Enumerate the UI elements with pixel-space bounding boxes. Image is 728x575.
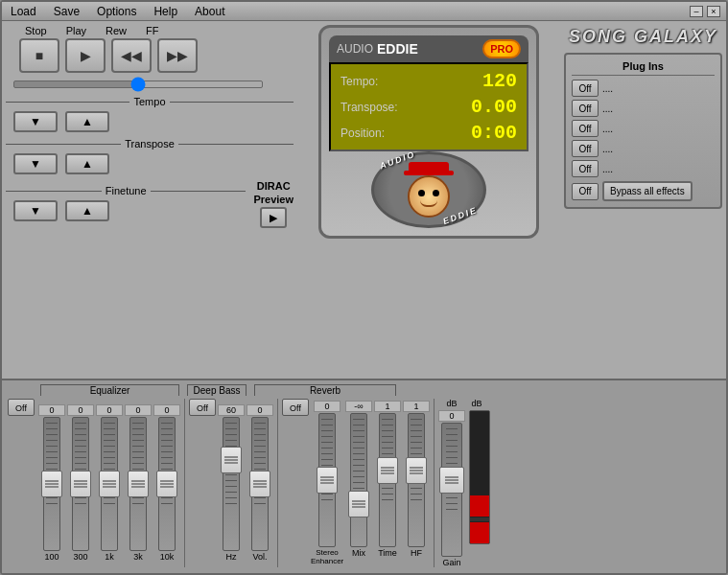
deep-bass-faders: 60 Hz 0 <box>218 404 273 562</box>
rew-label: Rew <box>106 25 127 36</box>
finetune-buttons: ▼ ▲ <box>6 198 246 223</box>
plugin-slot-1: .... <box>602 104 613 114</box>
divider-2 <box>277 399 278 567</box>
menu-load[interactable]: Load <box>8 4 39 19</box>
plugin-row-3: Off .... <box>572 140 715 157</box>
eq-label-3: 3k <box>125 552 152 562</box>
plugin-row-1: Off .... <box>572 100 715 117</box>
bypass-all-button[interactable]: Bypass all effects <box>602 181 693 201</box>
reverb-off-button[interactable]: Off <box>290 403 301 413</box>
menu-bar: Load Save Options Help About <box>8 4 227 19</box>
tempo-section: Tempo ▼ ▲ <box>6 96 294 134</box>
eq-label-2: 1k <box>96 552 123 562</box>
minimize-button[interactable]: – <box>690 6 703 17</box>
eq-fader-col-1: 0 300 <box>67 404 94 562</box>
stop-button[interactable]: ■ <box>19 38 59 73</box>
eq-label-4: 10k <box>153 552 180 562</box>
finetune-down-button[interactable]: ▼ <box>13 200 58 221</box>
plugin-row-0: Off .... <box>572 80 715 97</box>
vu-red-bar <box>470 522 489 543</box>
plugin-off-btn-1[interactable]: Off <box>572 100 599 117</box>
play-button[interactable]: ▶ <box>65 38 106 73</box>
audio-text: AUDIO <box>337 42 373 56</box>
dirac-section: DIRAC Preview ▶ <box>253 180 294 228</box>
plugin-off-btn-2[interactable]: Off <box>572 120 599 137</box>
menu-options[interactable]: Options <box>94 4 139 19</box>
tempo-display-row: Tempo: 120 <box>341 70 517 92</box>
plugin-slot-4: .... <box>602 164 613 174</box>
position-display-row: Position: 0:00 <box>341 122 517 144</box>
stop-label: Stop <box>25 25 47 36</box>
center-panel: AUDIO EDDIE PRO Tempo: 120 Transpose: 0.… <box>297 25 560 375</box>
eq-faders: 0 100 0 <box>38 404 180 562</box>
eq-fader-col-0: 0 100 <box>38 404 65 562</box>
progress-slider[interactable] <box>13 80 263 88</box>
reverb-label-3: HF <box>403 548 430 558</box>
reverb-fader-2[interactable] <box>379 413 396 547</box>
reverb-value-0: 0 <box>314 401 341 412</box>
gain-fader[interactable] <box>441 423 462 557</box>
title-controls: – × <box>690 6 720 17</box>
display-screen: Tempo: 120 Transpose: 0.00 Position: 0:0… <box>329 62 528 151</box>
plugin-off-btn-4[interactable]: Off <box>572 160 599 177</box>
main-window: Load Save Options Help About – × Stop Pl… <box>0 0 728 575</box>
reverb-fader-0[interactable] <box>318 413 336 547</box>
menu-help[interactable]: Help <box>151 4 180 19</box>
deep-bass-fader-col-1: 0 Vol. <box>247 404 273 562</box>
eq-fader-1[interactable] <box>72 417 89 551</box>
bypass-off-button[interactable]: Off <box>572 183 599 200</box>
plugin-off-btn-3[interactable]: Off <box>572 140 599 157</box>
right-panel: SONG GALAXY Plug Ins Off .... Off .... O… <box>564 25 722 375</box>
db-label-1: dB <box>441 399 462 408</box>
tempo-display-value: 120 <box>482 70 517 92</box>
eq-fader-3[interactable] <box>129 417 147 551</box>
eq-fader-4[interactable] <box>158 417 176 551</box>
reverb-label-0: Stereo Enhancer <box>311 548 343 565</box>
transport-labels: Stop Play Rew FF <box>6 25 294 36</box>
deep-bass-fader-0[interactable] <box>223 417 240 551</box>
eq-fader-2[interactable] <box>101 417 118 551</box>
finetune-section: Finetune ▼ ▲ <box>6 185 246 223</box>
tempo-down-button[interactable]: ▼ <box>13 111 58 132</box>
plugin-off-btn-0[interactable]: Off <box>572 80 599 97</box>
reverb-fader-col-1: -∞ Mix <box>345 401 372 565</box>
gain-fader-col: 0 Gain <box>438 410 465 567</box>
tempo-label: Tempo <box>6 96 294 107</box>
menu-save[interactable]: Save <box>51 4 82 19</box>
eq-off-button[interactable]: Off <box>15 403 27 413</box>
menu-about[interactable]: About <box>192 4 227 19</box>
ff-label: FF <box>146 25 158 36</box>
tempo-up-button[interactable]: ▲ <box>65 111 109 132</box>
divider-1 <box>184 399 185 567</box>
deep-bass-off-button[interactable]: Off <box>197 403 208 413</box>
eddie-text: EDDIE <box>377 41 418 57</box>
plugin-box: Plug Ins Off .... Off .... Off .... Off … <box>564 53 722 209</box>
eq-fader-0[interactable] <box>43 417 60 551</box>
reverb-fader-3[interactable] <box>408 413 425 547</box>
deep-bass-fader-1[interactable] <box>251 417 269 551</box>
close-button[interactable]: × <box>707 6 720 17</box>
reverb-value-1: -∞ <box>345 401 372 412</box>
deep-bass-label-1: Vol. <box>247 552 273 562</box>
transpose-up-button[interactable]: ▲ <box>65 153 109 174</box>
eq-fader-col-2: 0 1k <box>96 404 123 562</box>
dirac-play-button[interactable]: ▶ <box>260 207 287 228</box>
eq-value-4: 0 <box>153 404 180 416</box>
dirac-label: DIRAC <box>257 180 291 192</box>
transpose-section: Transpose ▼ ▲ <box>6 138 294 176</box>
tempo-buttons: ▼ ▲ <box>6 109 294 134</box>
transpose-label: Transpose <box>6 138 294 150</box>
reverb-value-3: 1 <box>403 401 430 412</box>
transpose-buttons: ▼ ▲ <box>6 151 294 176</box>
finetune-up-button[interactable]: ▲ <box>65 200 109 221</box>
rew-button[interactable]: ◀◀ <box>111 38 152 73</box>
plugin-slot-2: .... <box>602 124 613 134</box>
display-header: AUDIO EDDIE PRO <box>329 35 528 62</box>
ff-button[interactable]: ▶▶ <box>157 38 198 73</box>
deep-bass-value-0: 60 <box>218 404 245 416</box>
transpose-down-button[interactable]: ▼ <box>13 153 58 174</box>
plugin-slot-0: .... <box>602 83 613 94</box>
reverb-fader-1[interactable] <box>350 413 367 547</box>
transpose-display-label: Transpose: <box>341 101 398 114</box>
vu-meter-section <box>469 410 490 544</box>
